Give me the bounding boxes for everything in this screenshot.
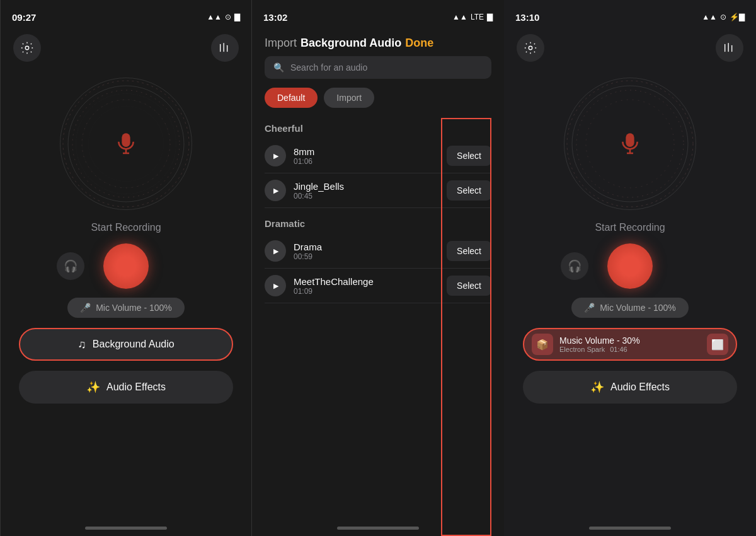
status-time-3: 13:10 (515, 12, 539, 23)
music-volume-bar[interactable]: 📦 Music Volume - 30% Electron Spark 01:4… (523, 328, 737, 361)
microphone-svg-3 (617, 131, 643, 156)
track-name-8mm: 8mm (294, 146, 439, 157)
svg-rect-17 (626, 133, 634, 147)
svg-point-10 (529, 46, 532, 50)
mic-small-icon-3: 🎤 (584, 303, 595, 313)
headphone-button-3[interactable]: 🎧 (561, 252, 588, 280)
mic-volume-1: 🎤 Mic Volume - 100% (67, 298, 185, 318)
music-box-icon: 📦 (536, 339, 549, 351)
home-indicator-3 (589, 527, 671, 530)
record-button-3[interactable] (607, 243, 653, 289)
play-button-jingle[interactable] (265, 180, 286, 201)
settings-button-3[interactable] (517, 34, 544, 62)
audio-track-drama: Drama 00:59 Select (265, 234, 491, 269)
audio-info-drama: Drama 00:59 (286, 242, 447, 261)
import-label[interactable]: Import (265, 37, 297, 50)
tab-default[interactable]: Default (265, 88, 318, 108)
search-bar[interactable]: 🔍 Search for an audio (265, 56, 491, 79)
mic-area-3 (561, 74, 699, 213)
play-button-8mm[interactable] (265, 145, 286, 166)
audio-effects-button-1[interactable]: ✨ Audio Effects (19, 371, 233, 404)
track-duration-playing: 01:46 (610, 346, 627, 353)
svg-point-0 (25, 46, 29, 50)
headphone-button-1[interactable]: 🎧 (57, 252, 84, 280)
play-button-drama[interactable] (265, 240, 286, 262)
select-button-jingle[interactable]: Select (447, 180, 491, 201)
track-name-meetchallenge: MeetTheChallenge (294, 276, 439, 287)
status-bar-2: 13:02 ▲▲ LTE ▇ (252, 0, 504, 28)
category-dramatic: Dramatic (265, 218, 491, 229)
home-indicator-2 (337, 527, 419, 530)
settings-button-1[interactable] (13, 34, 41, 62)
add-music-icon: ⬜ (711, 339, 724, 351)
levels-button-1[interactable] (211, 34, 239, 62)
status-time-1: 09:27 (12, 12, 36, 23)
svg-rect-7 (122, 133, 130, 147)
panel-2: 13:02 ▲▲ LTE ▇ Import Background Audio D… (252, 0, 504, 536)
status-icons-3: ▲▲ ⊙ ⚡▇ (702, 13, 745, 21)
library-header: Import Background Audio Done (252, 28, 504, 56)
signal-icon-3: ▲▲ (702, 13, 717, 21)
mic-volume-label-1: Mic Volume - 100% (96, 303, 172, 313)
bottom-controls-1: 🎧 (1, 243, 251, 289)
library-title: Import Background Audio Done (265, 37, 433, 50)
category-cheerful: Cheerful (265, 123, 491, 134)
select-button-8mm[interactable]: Select (447, 146, 491, 166)
audio-effects-button-3[interactable]: ✨ Audio Effects (523, 371, 737, 404)
select-button-meetchallenge[interactable]: Select (447, 276, 491, 296)
effects-icon-3: ✨ (590, 380, 604, 394)
track-name-jingle: Jingle_Bells (294, 181, 439, 192)
levels-icon-1 (218, 41, 232, 55)
audio-effects-label-3: Audio Effects (610, 382, 670, 393)
spacer-3 (672, 252, 699, 280)
play-button-meetchallenge[interactable] (265, 275, 286, 296)
audio-info-meetchallenge: MeetTheChallenge 01:09 (286, 276, 447, 296)
panel-1: 09:27 ▲▲ ⊙ ▇ (0, 0, 252, 536)
battery-icon-3: ⚡▇ (730, 13, 745, 21)
track-duration-jingle: 00:45 (294, 192, 439, 201)
wifi-icon-3: ⊙ (720, 13, 726, 21)
music-vol-info: Music Volume - 30% Electron Spark 01:46 (559, 335, 701, 353)
signal-icon-1: ▲▲ (207, 13, 222, 21)
background-audio-button-1[interactable]: ♫ Background Audio (19, 328, 233, 361)
track-name-drama: Drama (294, 242, 439, 252)
audio-list: Cheerful 8mm 01:06 Select Jingle_Bells 0… (252, 118, 504, 536)
audio-track-jingle-bells: Jingle_Bells 00:45 Select (265, 173, 491, 208)
start-recording-label-3: Start Recording (595, 222, 665, 233)
levels-button-3[interactable] (716, 34, 743, 62)
track-duration-meetchallenge: 01:09 (294, 287, 439, 296)
start-recording-label-1: Start Recording (91, 222, 161, 233)
audio-track-meetchallenge: MeetTheChallenge 01:09 Select (265, 269, 491, 303)
gear-icon-3 (524, 41, 537, 55)
levels-icon-3 (723, 41, 736, 55)
search-icon: 🔍 (273, 62, 284, 73)
music-vol-left-icon: 📦 (532, 334, 553, 355)
mic-volume-3: 🎤 Mic Volume - 100% (571, 298, 689, 318)
audio-info-8mm: 8mm 01:06 (286, 146, 447, 166)
battery-icon-1: ▇ (234, 13, 240, 21)
home-indicator-1 (85, 527, 167, 530)
top-controls-1 (1, 28, 251, 68)
background-audio-label-1: Background Audio (93, 339, 175, 350)
battery-icon-2: ▇ (487, 13, 493, 21)
done-button[interactable]: Done (405, 37, 433, 50)
gear-icon-1 (20, 41, 34, 55)
music-vol-right-icon[interactable]: ⬜ (707, 334, 728, 355)
top-controls-3 (504, 28, 756, 68)
track-duration-drama: 00:59 (294, 252, 439, 261)
track-duration-8mm: 01:06 (294, 157, 439, 166)
music-vol-sub: Electron Spark 01:46 (559, 346, 701, 353)
audio-effects-label-1: Audio Effects (106, 382, 166, 393)
tab-import[interactable]: Import (324, 88, 374, 108)
status-time-2: 13:02 (263, 12, 287, 23)
microphone-svg-1 (113, 131, 139, 156)
bottom-controls-3: 🎧 (504, 243, 756, 289)
status-icons-1: ▲▲ ⊙ ▇ (207, 13, 240, 21)
lte-icon-2: LTE (471, 13, 484, 21)
note-icon-1: ♫ (77, 338, 86, 351)
spacer-1 (168, 252, 195, 280)
record-button-1[interactable] (103, 243, 149, 289)
status-bar-1: 09:27 ▲▲ ⊙ ▇ (1, 0, 251, 28)
filter-tabs: Default Import (252, 88, 504, 118)
select-button-drama[interactable]: Select (447, 241, 491, 261)
